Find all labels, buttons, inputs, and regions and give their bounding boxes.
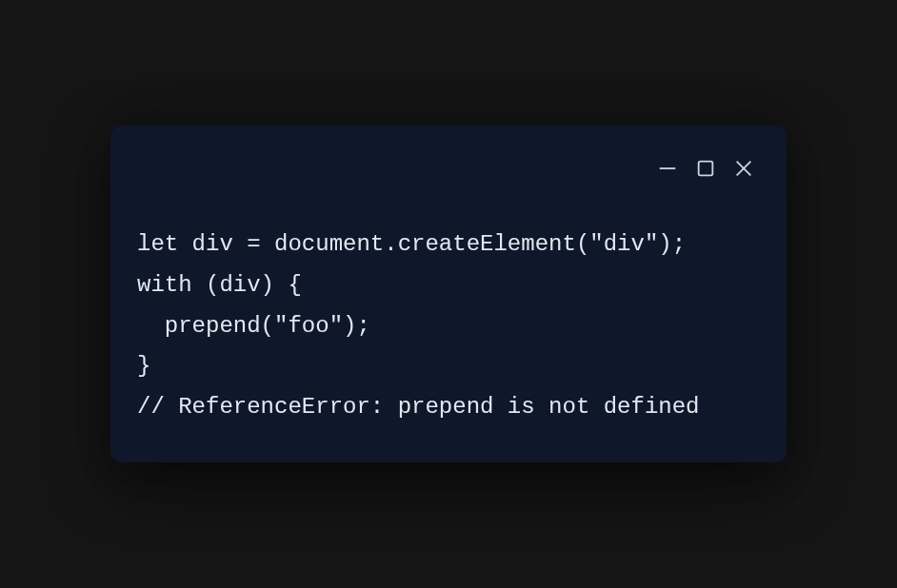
code-editor-window: let div = document.createElement("div");… bbox=[110, 126, 787, 462]
svg-rect-1 bbox=[699, 162, 713, 176]
close-icon[interactable] bbox=[733, 158, 754, 179]
code-line-5: } bbox=[137, 346, 760, 387]
code-content[interactable]: let div = document.createElement("div");… bbox=[137, 225, 760, 428]
code-line-6: // ReferenceError: prepend is not define… bbox=[137, 387, 760, 428]
code-line-4: prepend("foo"); bbox=[137, 306, 760, 347]
window-controls bbox=[137, 152, 760, 179]
maximize-icon[interactable] bbox=[695, 158, 716, 179]
code-line-3: with (div) { bbox=[137, 265, 760, 306]
code-line-1: let div = document.createElement("div"); bbox=[137, 225, 760, 265]
minimize-icon[interactable] bbox=[657, 158, 678, 179]
